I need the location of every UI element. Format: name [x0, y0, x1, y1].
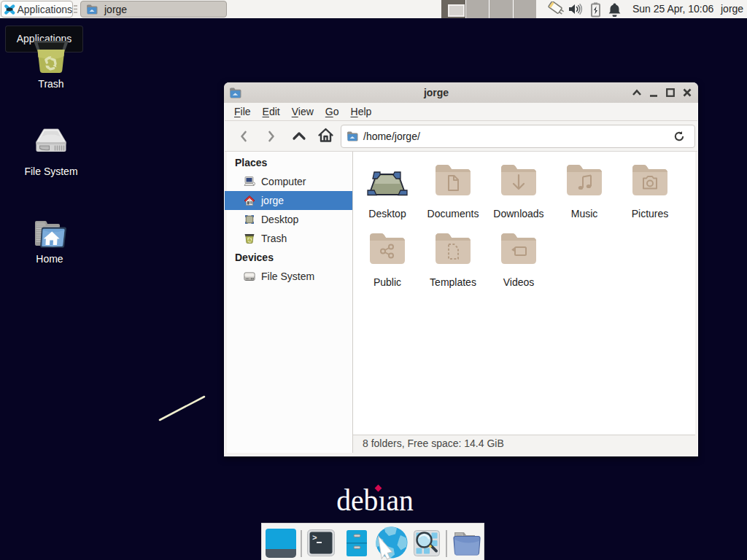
svg-text:>: > — [312, 534, 317, 542]
